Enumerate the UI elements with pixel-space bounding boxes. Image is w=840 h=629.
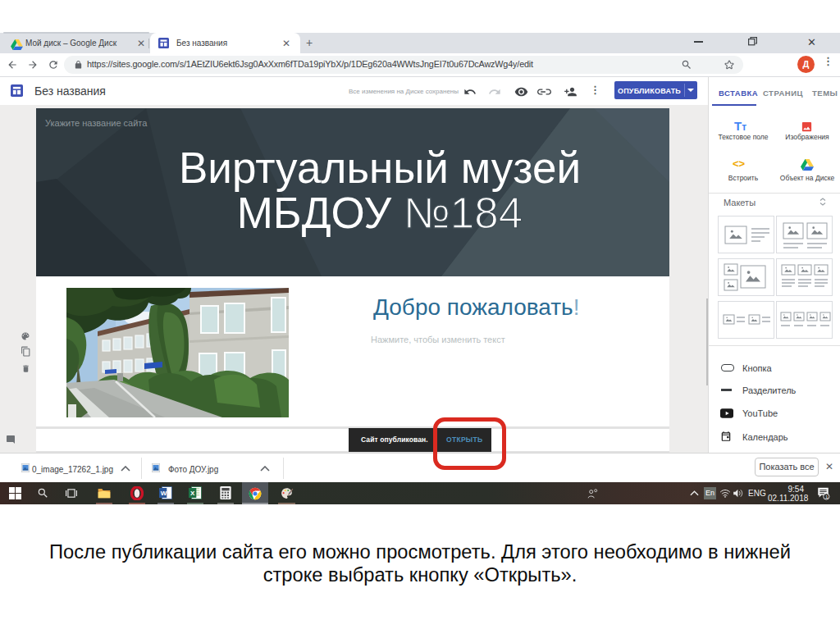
svg-text:W: W: [161, 490, 167, 497]
svg-text:1: 1: [825, 494, 829, 499]
svg-text:X: X: [190, 490, 195, 497]
